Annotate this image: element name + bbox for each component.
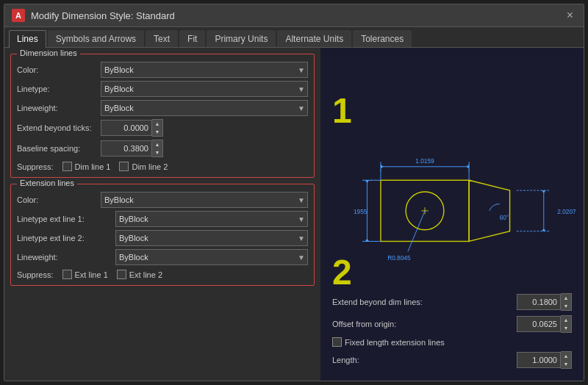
ext-lineweight-select-wrapper: ByBlock ▼ [115,249,308,265]
ext-linetype2-select[interactable]: ByBlock [115,230,308,246]
ext-beyond-row: Extend beyond dim lines: ▲ ▼ [332,293,572,311]
ext-beyond-btns: ▲ ▼ [561,293,572,311]
dialog: A Modify Dimension Style: Standard × Lin… [4,4,584,381]
title-bar-left: A Modify Dimension Style: Standard [12,9,175,22]
fixed-length-checkbox[interactable] [332,337,342,347]
dim-extend-row: Extend beyond ticks: ▲ ▼ [17,119,308,137]
dim-linetype-select-wrapper: ByBlock ▼ [101,81,308,97]
ext-line2-label: Ext line 2 [129,270,162,279]
ext-linetype2-label: Linetype ext line 2: [17,234,112,242]
dim-baseline-down[interactable]: ▼ [152,148,162,156]
dim-suppress-row: Suppress: Dim line 1 Dim line 2 [17,162,308,171]
ext-line2-checkbox[interactable] [117,270,126,279]
ext-suppress-label: Suppress: [17,270,54,279]
dim-line2-check-label[interactable]: Dim line 2 [119,162,168,171]
length-row: Length: ▲ ▼ [332,351,572,369]
dim-lineweight-row: Lineweight: ByBlock ▼ [17,100,308,116]
ext-color-label: Color: [17,195,98,204]
overlay-number-2: 2 [332,252,352,292]
overlay-number-1: 1 [332,90,352,131]
offset-row: Offset from origin: ▲ ▼ [332,315,572,333]
tab-lines[interactable]: Lines [9,30,46,48]
dimension-lines-section: Dimension lines Color: ByBlock ▼ Linetyp… [10,54,315,178]
ext-line1-label: Ext line 1 [75,270,108,279]
tab-symbols[interactable]: Symbols and Arrows [48,30,144,47]
length-up[interactable]: ▲ [561,352,571,360]
right-panel: 1.0159 1955 [320,48,584,381]
dim-lineweight-select-wrapper: ByBlock ▼ [101,100,308,116]
ext-linetype2-select-wrapper: ByBlock ▼ [115,230,308,246]
ext-beyond-spinner: ▲ ▼ [517,293,572,311]
ext-color-select-wrapper: ByBlock ▼ [101,192,308,208]
extension-lines-title: Extension lines [17,179,77,187]
tab-text[interactable]: Text [146,30,178,47]
ext-linetype2-row: Linetype ext line 2: ByBlock ▼ [17,230,308,246]
tab-fit[interactable]: Fit [179,30,205,47]
length-spinner: ▲ ▼ [517,351,572,369]
preview-dim5: 60° [500,214,509,221]
left-panel: Dimension lines Color: ByBlock ▼ Linetyp… [4,48,320,381]
main-content: Dimension lines Color: ByBlock ▼ Linetyp… [4,48,584,381]
dim-extend-btns: ▲ ▼ [152,119,163,137]
dim-color-select-wrapper: ByBlock ▼ [101,62,308,78]
ext-beyond-up[interactable]: ▲ [561,294,571,302]
dimension-lines-title: Dimension lines [17,48,80,57]
ext-beyond-input[interactable] [517,294,561,310]
dim-suppress-label: Suppress: [17,162,54,171]
preview-canvas: 1.0159 1955 [326,54,578,375]
ext-lineweight-select[interactable]: ByBlock [115,249,308,265]
ext-color-select[interactable]: ByBlock [101,192,308,208]
ext-line1-check-label[interactable]: Ext line 1 [62,270,108,279]
dim-line2-label: Dim line 2 [132,162,168,171]
offset-input[interactable] [517,316,561,332]
tab-primary[interactable]: Primary Units [207,30,276,47]
length-label: Length: [332,356,514,364]
length-down[interactable]: ▼ [561,360,571,368]
ext-beyond-label: Extend beyond dim lines: [332,298,514,306]
fixed-length-label: Fixed length extension lines [345,338,445,347]
ext-line2-check-label[interactable]: Ext line 2 [117,270,162,279]
extension-lines-section: Extension lines Color: ByBlock ▼ Linetyp… [10,184,315,286]
dim-baseline-label: Baseline spacing: [17,144,98,153]
dim-line2-checkbox[interactable] [119,162,129,171]
tab-tolerances[interactable]: Tolerances [353,30,412,47]
ext-suppress-row: Suppress: Ext line 1 Ext line 2 [17,270,308,279]
offset-down[interactable]: ▼ [561,324,571,332]
dim-extend-input[interactable] [101,120,152,136]
dim-lineweight-select[interactable]: ByBlock [101,100,308,116]
dim-extend-up[interactable]: ▲ [152,120,162,128]
dim-baseline-btns: ▲ ▼ [152,140,163,157]
dim-extend-spinner: ▲ ▼ [101,119,163,137]
close-button[interactable]: × [564,10,576,21]
offset-up[interactable]: ▲ [561,316,571,324]
preview-dim1: 1.0159 [415,157,434,165]
title-bar: A Modify Dimension Style: Standard × [4,4,584,27]
ext-beyond-down[interactable]: ▼ [561,302,571,310]
dim-color-row: Color: ByBlock ▼ [17,62,308,78]
tab-bar: Lines Symbols and Arrows Text Fit Primar… [4,27,584,48]
dim-baseline-input[interactable] [101,140,152,156]
offset-btns: ▲ ▼ [561,315,572,333]
dim-linetype-label: Linetype: [17,84,98,93]
ext-linetype1-label: Linetype ext line 1: [17,215,112,223]
length-input[interactable] [517,352,561,368]
ext-color-row: Color: ByBlock ▼ [17,192,308,208]
dim-color-select[interactable]: ByBlock [101,62,308,78]
ext-line1-checkbox[interactable] [62,270,72,279]
autocad-logo: A [12,9,25,22]
offset-spinner: ▲ ▼ [517,315,572,333]
dim-linetype-select[interactable]: ByBlock [101,81,308,97]
ext-linetype1-select[interactable]: ByBlock [115,211,308,227]
preview-dim3: 2.0207 [557,209,576,216]
preview-dim4: R0.8045 [387,254,411,262]
fixed-length-check-label[interactable]: Fixed length extension lines [332,337,445,347]
dim-line1-checkbox[interactable] [62,162,72,171]
dim-line1-check-label[interactable]: Dim line 1 [62,162,111,171]
dim-extend-down[interactable]: ▼ [152,128,162,136]
length-btns: ▲ ▼ [561,351,572,369]
tab-alternate[interactable]: Alternate Units [277,30,351,47]
ext-lineweight-label: Lineweight: [17,253,112,262]
dim-baseline-row: Baseline spacing: ▲ ▼ [17,140,308,157]
ext-linetype1-select-wrapper: ByBlock ▼ [115,211,308,227]
dim-baseline-up[interactable]: ▲ [152,140,162,148]
